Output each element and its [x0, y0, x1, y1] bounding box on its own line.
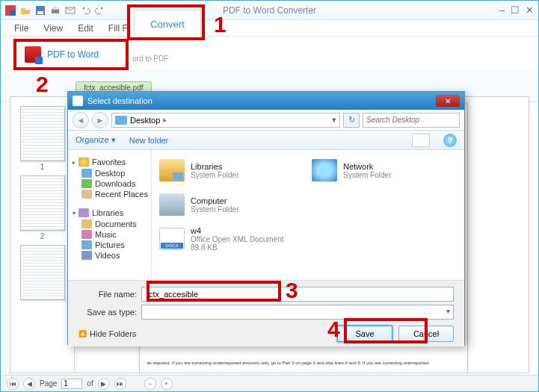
thumbnail-label: 1	[10, 163, 74, 171]
recent-icon	[81, 190, 92, 199]
dialog-body: ▸Favorites Desktop Downloads Recent Plac…	[68, 150, 464, 280]
convert-label: Convert	[150, 19, 185, 30]
page-prev-button[interactable]: ◀	[23, 378, 35, 390]
page-first-button[interactable]: ⏮	[7, 378, 19, 390]
docx-icon	[159, 228, 185, 250]
maximize-button[interactable]: ☐	[511, 4, 520, 16]
pictures-icon	[81, 240, 92, 249]
tree-favorites[interactable]: ▸Favorites	[68, 156, 151, 168]
pdf-to-word-button[interactable]: PDF to Word	[20, 42, 125, 67]
dialog-icon	[73, 96, 83, 106]
search-input[interactable]	[363, 113, 460, 128]
mail-icon[interactable]	[65, 5, 76, 16]
print-icon[interactable]	[50, 5, 61, 16]
path-bar[interactable]: Desktop ▸ ▾	[111, 113, 340, 128]
ribbon-sublabel: ord to PDF	[132, 55, 168, 63]
menu-file[interactable]: File	[14, 23, 28, 34]
new-folder-button[interactable]: New folder	[129, 136, 169, 145]
minimize-button[interactable]: –	[499, 4, 505, 16]
dialog-close-button[interactable]: ✕	[436, 95, 460, 107]
cancel-button[interactable]: Cancel	[398, 326, 454, 342]
page-label: Page	[40, 379, 57, 388]
window-title: PDF to Word Converter	[223, 5, 316, 16]
tree-libraries[interactable]: ▾Libraries	[68, 207, 151, 219]
music-icon	[81, 230, 92, 239]
page-input[interactable]	[61, 379, 82, 389]
saveas-type-combo[interactable]	[141, 305, 454, 320]
thumbnail[interactable]	[20, 175, 65, 231]
dialog-title: Select destination	[87, 96, 153, 105]
app-icon	[5, 5, 16, 16]
redo-icon[interactable]	[95, 5, 105, 16]
save-dialog: Select destination ✕ ◄ ► Desktop ▸ ▾ ↻ O…	[67, 91, 465, 345]
close-button[interactable]: ✕	[526, 4, 534, 16]
tree-videos[interactable]: Videos	[68, 250, 151, 261]
file-list: LibrariesSystem Folder NetworkSystem Fol…	[152, 150, 464, 280]
computer-icon	[159, 193, 185, 216]
page-last-button[interactable]: ⏭	[114, 378, 126, 390]
tree-documents[interactable]: Documents	[68, 219, 151, 229]
pdf-to-word-label: PDF to Word	[47, 49, 99, 60]
menubar: File View Edit Fill Fo o	[1, 20, 538, 37]
folder-tree: ▸Favorites Desktop Downloads Recent Plac…	[68, 150, 152, 280]
view-mode-button[interactable]	[412, 134, 430, 147]
desktop-icon	[81, 169, 92, 178]
folder-icon	[159, 159, 185, 181]
svg-rect-5	[53, 7, 58, 10]
thumbnail[interactable]	[20, 245, 65, 300]
zoom-out-button[interactable]: −	[144, 378, 156, 390]
pdf-to-word-icon	[25, 46, 41, 63]
svg-rect-1	[10, 10, 16, 16]
save-icon[interactable]	[35, 5, 46, 16]
tree-downloads[interactable]: Downloads	[68, 178, 151, 189]
path-separator: ▸	[163, 115, 167, 125]
path-dropdown-icon[interactable]: ▾	[332, 115, 336, 125]
doc-footer-text: as required. If you are correcting under…	[147, 361, 460, 366]
file-item-w4[interactable]: w4Office Open XML Document89.8 KB	[159, 223, 304, 255]
menu-edit[interactable]: Edit	[78, 23, 93, 34]
nav-forward-button[interactable]: ►	[92, 112, 108, 128]
thumbnail-label: 2	[10, 232, 74, 240]
filename-input[interactable]	[141, 287, 454, 302]
tree-recent[interactable]: Recent Places	[68, 189, 151, 199]
dialog-toolbar: Organize ▾ New folder ?	[68, 131, 464, 150]
thumbnail[interactable]	[20, 106, 65, 161]
pager-bar: ⏮ ◀ Page of ▶ ⏭ − +	[1, 375, 538, 391]
file-item-computer[interactable]: ComputerSystem Folder	[159, 189, 304, 220]
menu-fill-forms[interactable]: Fill Fo	[108, 23, 133, 34]
undo-icon[interactable]	[80, 5, 90, 16]
page-next-button[interactable]: ▶	[98, 378, 110, 390]
svg-rect-3	[37, 11, 43, 14]
save-button[interactable]: Save	[337, 326, 392, 342]
tree-desktop[interactable]: Desktop	[68, 168, 151, 178]
dialog-nav: ◄ ► Desktop ▸ ▾ ↻	[68, 110, 464, 131]
videos-icon	[81, 251, 92, 260]
file-item-libraries[interactable]: LibrariesSystem Folder	[159, 155, 304, 186]
libraries-icon	[78, 208, 89, 217]
path-segment[interactable]: Desktop	[130, 116, 160, 125]
downloads-icon	[81, 179, 92, 188]
titlebar: PDF to Word Converter – ☐ ✕	[1, 1, 538, 20]
zoom-in-button[interactable]: +	[161, 378, 173, 390]
documents-icon	[81, 220, 92, 228]
refresh-button[interactable]: ↻	[343, 113, 360, 128]
network-icon	[312, 159, 337, 181]
page-of: of	[87, 379, 93, 388]
desktop-icon	[115, 116, 127, 125]
help-button[interactable]: ?	[443, 134, 457, 147]
hide-folders-button[interactable]: 🔼Hide Folders	[78, 329, 136, 338]
file-item-network[interactable]: NetworkSystem Folder	[312, 155, 457, 186]
dialog-bottom: File name: Save as type: 🔼Hide Folders S…	[68, 280, 464, 346]
saveas-label: Save as type:	[78, 308, 137, 317]
filename-label: File name:	[78, 290, 137, 299]
menu-view[interactable]: View	[43, 23, 63, 34]
convert-button[interactable]: Convert	[134, 10, 201, 38]
open-icon[interactable]	[20, 5, 31, 16]
thumbnail-panel: 1 2	[10, 97, 75, 373]
tree-pictures[interactable]: Pictures	[68, 240, 151, 250]
nav-back-button[interactable]: ◄	[73, 112, 89, 128]
organize-button[interactable]: Organize ▾	[76, 135, 116, 145]
tree-music[interactable]: Music	[68, 229, 151, 240]
dialog-titlebar: Select destination ✕	[68, 92, 464, 110]
star-icon	[78, 158, 89, 167]
